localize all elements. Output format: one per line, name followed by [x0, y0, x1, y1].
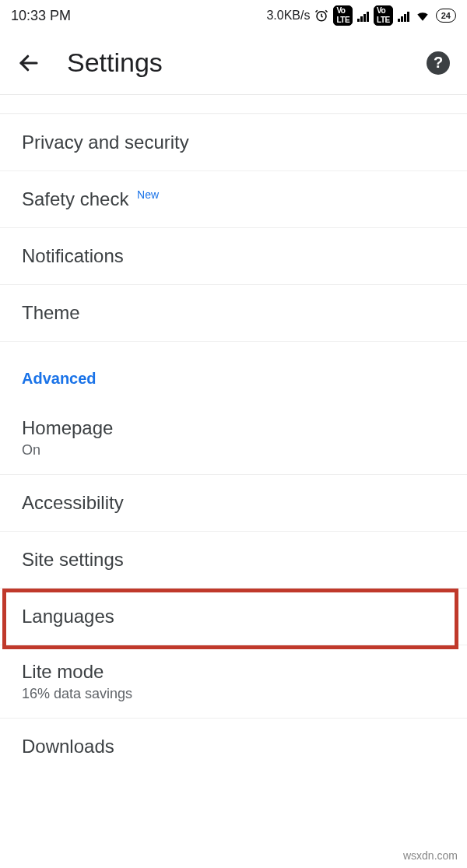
signal-bars-2 [398, 10, 409, 22]
watermark: wsxdn.com [403, 849, 458, 862]
settings-item-notifications[interactable]: Notifications [0, 228, 467, 285]
item-label: Homepage [22, 417, 445, 439]
item-label: Languages [22, 606, 114, 627]
item-label: Notifications [22, 245, 124, 266]
item-subtext: On [22, 442, 445, 459]
settings-item-languages[interactable]: Languages [0, 589, 467, 645]
item-label: Privacy and security [22, 132, 189, 153]
top-gap [0, 95, 467, 114]
settings-item-accessibility[interactable]: Accessibility [0, 475, 467, 532]
settings-item-safety-check[interactable]: Safety check New [0, 171, 467, 228]
signal-bars-1 [357, 10, 369, 22]
battery-indicator: 24 [436, 9, 456, 23]
status-bar: 10:33 PM 3.0KB/s VoLTE VoLTE 24 [0, 0, 467, 31]
volte-indicator-2: VoLTE [374, 5, 393, 26]
settings-item-privacy[interactable]: Privacy and security [0, 114, 467, 171]
status-net-speed: 3.0KB/s [266, 9, 310, 23]
wifi-icon [414, 9, 431, 23]
new-badge: New [137, 188, 159, 201]
item-label: Downloads [22, 736, 114, 757]
settings-item-downloads[interactable]: Downloads [0, 719, 467, 775]
help-icon[interactable]: ? [427, 51, 450, 75]
back-icon[interactable] [17, 51, 40, 75]
page-title: Settings [67, 47, 427, 78]
item-label: Safety check [22, 188, 128, 209]
item-label: Lite mode [22, 661, 445, 683]
item-label: Site settings [22, 549, 124, 570]
settings-item-lite-mode[interactable]: Lite mode 16% data savings [0, 645, 467, 719]
item-subtext: 16% data savings [22, 686, 445, 702]
section-label-advanced: Advanced [0, 342, 467, 402]
item-label: Accessibility [22, 492, 124, 513]
status-time: 10:33 PM [11, 8, 71, 24]
status-indicators: 3.0KB/s VoLTE VoLTE 24 [266, 5, 456, 26]
volte-indicator-1: VoLTE [333, 5, 353, 26]
app-bar: Settings ? [0, 31, 467, 95]
settings-item-homepage[interactable]: Homepage On [0, 402, 467, 475]
settings-list: Privacy and security Safety check New No… [0, 114, 467, 775]
settings-item-site-settings[interactable]: Site settings [0, 532, 467, 589]
alarm-icon [314, 9, 328, 23]
settings-item-theme[interactable]: Theme [0, 285, 467, 342]
item-label: Theme [22, 302, 80, 323]
